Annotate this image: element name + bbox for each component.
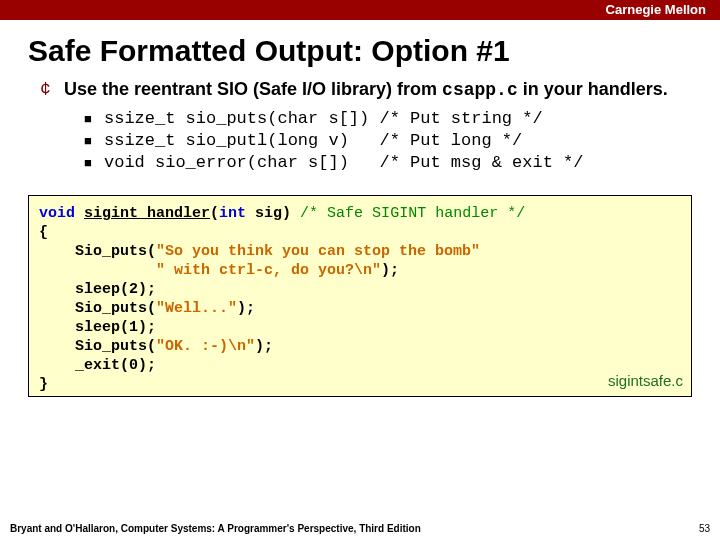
sig-row: ■ void sio_error(char s[]) /* Put msg & … <box>84 153 690 173</box>
kw: int <box>219 205 246 222</box>
sig-row: ■ ssize_t sio_puts(char s[]) /* Put stri… <box>84 109 690 129</box>
sig-text: ssize_t sio_putl(long v) /* Put long */ <box>104 131 522 151</box>
square-bullet-icon: ■ <box>84 109 96 129</box>
code-line: sleep(2); <box>39 280 681 299</box>
brand-text: Carnegie Mellon <box>606 2 706 17</box>
code-line: sleep(1); <box>39 318 681 337</box>
bullet-pre: Use the reentrant SIO (Safe I/O library)… <box>64 79 442 99</box>
sig-text: ssize_t sio_puts(char s[]) /* Put string… <box>104 109 543 129</box>
fn-name: sigint_handler <box>84 205 210 222</box>
string: " with ctrl-c, do you?\n" <box>156 262 381 279</box>
page-number: 53 <box>699 523 710 534</box>
footer: Bryant and O'Hallaron, Computer Systems:… <box>10 523 710 534</box>
code-line: Sio_puts("OK. :-)\n"); <box>39 337 681 356</box>
code-line: Sio_puts("So you think you can stop the … <box>39 242 681 261</box>
code-line: _exit(0); <box>39 356 681 375</box>
content-area: ¢ Use the reentrant SIO (Safe I/O librar… <box>0 78 720 173</box>
code-line: " with ctrl-c, do you?\n"); <box>39 261 681 280</box>
kw: void <box>39 205 75 222</box>
slide-title: Safe Formatted Output: Option #1 <box>28 34 720 68</box>
square-bullet-icon: ■ <box>84 131 96 151</box>
signature-list: ■ ssize_t sio_puts(char s[]) /* Put stri… <box>84 109 690 173</box>
string: "So you think you can stop the bomb" <box>156 243 480 260</box>
code-box: void sigint_handler(int sig) /* Safe SIG… <box>28 195 692 397</box>
footer-citation: Bryant and O'Hallaron, Computer Systems:… <box>10 523 421 534</box>
bullet-code: csapp.c <box>442 80 518 100</box>
code-line: void sigint_handler(int sig) /* Safe SIG… <box>39 204 681 223</box>
arg: sig) <box>246 205 291 222</box>
header-bar: Carnegie Mellon <box>0 0 720 20</box>
code-line: } <box>39 375 681 394</box>
string: "Well..." <box>156 300 237 317</box>
main-bullet-row: ¢ Use the reentrant SIO (Safe I/O librar… <box>40 78 690 101</box>
code-line: { <box>39 223 681 242</box>
sig-text: void sio_error(char s[]) /* Put msg & ex… <box>104 153 583 173</box>
string: "OK. :-)\n" <box>156 338 255 355</box>
sig-row: ■ ssize_t sio_putl(long v) /* Put long *… <box>84 131 690 151</box>
code-line: Sio_puts("Well..."); <box>39 299 681 318</box>
bullet-post: in your handlers. <box>518 79 668 99</box>
comment: /* Safe SIGINT handler */ <box>291 205 525 222</box>
square-bullet-icon: ■ <box>84 153 96 173</box>
bullet-icon: ¢ <box>40 78 54 100</box>
main-bullet-text: Use the reentrant SIO (Safe I/O library)… <box>64 78 668 101</box>
code-filename-label: sigintsafe.c <box>608 371 683 390</box>
